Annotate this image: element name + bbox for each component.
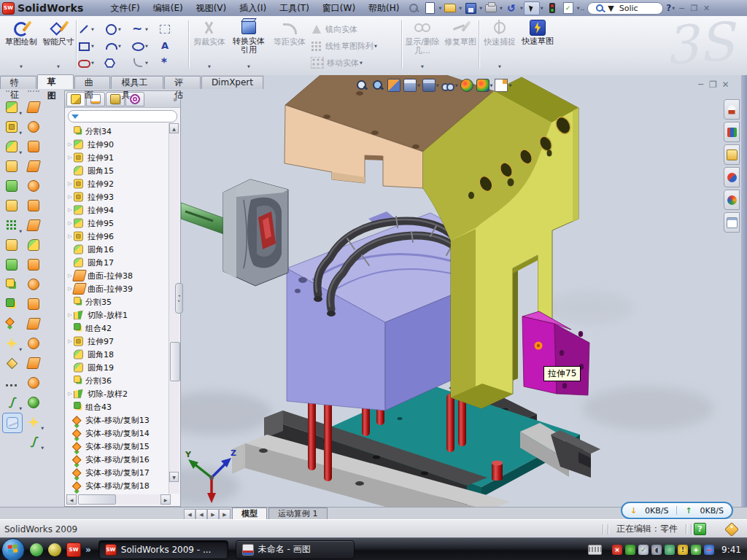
sketch-entity-button[interactable]	[158, 54, 185, 71]
minimize-button[interactable]: ─	[676, 4, 688, 13]
surface-tool-button[interactable]	[24, 255, 43, 274]
tree-item[interactable]: ▷ 切除-放样1	[66, 308, 169, 322]
move-entities-button[interactable]: 移动实体 ▼	[311, 55, 397, 71]
surface-tool-button[interactable]	[24, 117, 43, 136]
feature-tool-button[interactable]	[2, 255, 21, 274]
tab-nav-button[interactable]: ◀	[196, 509, 207, 520]
surface-tool-button[interactable]	[24, 137, 43, 156]
ribbon-tab[interactable]: 模具工具	[111, 76, 163, 89]
view-tool-button[interactable]: ▼	[441, 78, 460, 93]
search-input[interactable]: ▼ Solic	[587, 2, 663, 15]
task-pane-tab[interactable]	[724, 99, 740, 120]
menu-item[interactable]: 编辑(E)	[147, 0, 190, 16]
surface-tool-button[interactable]	[24, 98, 43, 117]
view-tool-button[interactable]	[387, 78, 403, 93]
new-document-button[interactable]	[422, 2, 437, 15]
quick-tips-button[interactable]: ?	[694, 523, 706, 535]
expand-arrow-icon[interactable]: ▷	[66, 338, 74, 344]
sketch-entity-button[interactable]: ▼	[131, 54, 158, 71]
tree-item[interactable]: ▷ 拉伸94	[66, 203, 169, 217]
expand-arrow-icon[interactable]: ▷	[66, 312, 74, 318]
sketch-entity-button[interactable]: ▼	[77, 20, 104, 37]
sketch-entity-button[interactable]: ▼	[77, 37, 104, 54]
tree-item[interactable]: 圆角19	[66, 361, 169, 374]
trim-entities-button[interactable]: 剪裁实体 ▼	[191, 18, 228, 72]
view-tool-button[interactable]: ▼	[494, 78, 513, 93]
tree-item[interactable]: 实体-移动/复制14	[66, 427, 169, 440]
tab-nav-button[interactable]: ▶	[207, 509, 219, 520]
start-button[interactable]	[1, 538, 25, 560]
tree-item[interactable]: 组合42	[66, 322, 169, 335]
feature-tool-button[interactable]	[2, 314, 21, 333]
task-pane-tab[interactable]	[724, 190, 740, 210]
feature-tool-button[interactable]	[2, 275, 21, 294]
tree-item[interactable]: 分割36	[66, 374, 169, 387]
linear-pattern-button[interactable]: 线性草图阵列 ▼	[311, 38, 397, 54]
view-tool-button[interactable]: ▼	[422, 78, 441, 93]
ribbon-tab[interactable]: 评估	[164, 76, 201, 89]
task-pane-tab[interactable]	[724, 144, 740, 165]
undo-button[interactable]: ↺	[504, 2, 519, 15]
toolbar-grip[interactable]	[28, 90, 39, 96]
taskbar-button-paint[interactable]: 未命名 - 画图	[236, 540, 355, 559]
tree-horizontal-scrollbar[interactable]: ◀ ▶	[66, 494, 171, 505]
rebuild-button[interactable]	[545, 2, 560, 15]
input-language-icon[interactable]	[588, 545, 602, 555]
view-tool-button[interactable]	[371, 78, 387, 93]
quicklaunch-solidworks-icon[interactable]: SW	[66, 542, 81, 557]
help-button[interactable]: ?	[666, 3, 671, 13]
menu-item[interactable]: 视图(V)	[190, 0, 233, 16]
sketch-entity-button[interactable]: ▼	[104, 20, 131, 37]
expand-arrow-icon[interactable]: ▷	[66, 194, 74, 200]
surface-tool-button[interactable]	[24, 176, 43, 195]
tab-nav-button[interactable]: ▶	[219, 509, 231, 520]
tree-item[interactable]: ▷ 拉伸95	[66, 217, 169, 230]
sketch-entity-button[interactable]: ▼	[131, 37, 158, 54]
tray-icon[interactable]: −	[704, 545, 714, 555]
close-button[interactable]: ✕	[700, 4, 713, 13]
toolbar-overflow[interactable]: ..	[580, 4, 584, 12]
feature-tool-button[interactable]	[2, 413, 23, 433]
menu-item[interactable]: 文件(F)	[104, 0, 146, 16]
tree-item[interactable]: 分割35	[66, 295, 169, 308]
quicklaunch-messenger-icon[interactable]	[30, 543, 43, 556]
sketch-button[interactable]: 草图绘制 ▼	[3, 18, 39, 72]
feature-tool-button[interactable]: ▼	[2, 334, 21, 353]
offset-entities-button[interactable]: 等距实体	[271, 18, 308, 72]
feature-tool-button[interactable]	[2, 157, 21, 176]
surface-tool-button[interactable]	[24, 334, 43, 353]
feature-tool-button[interactable]: ▼	[2, 117, 21, 136]
tag-icon[interactable]	[724, 522, 739, 537]
menu-item[interactable]: 窗口(W)	[316, 0, 362, 16]
tray-icon[interactable]: ✓	[638, 545, 649, 555]
scroll-thumb[interactable]	[170, 342, 180, 381]
task-pane-tab[interactable]	[724, 212, 740, 233]
feature-tool-button[interactable]	[2, 373, 21, 392]
restore-button[interactable]: ❐	[688, 4, 700, 13]
tray-icon[interactable]	[625, 545, 635, 555]
menu-item[interactable]: 工具(T)	[273, 0, 316, 16]
tree-item[interactable]: 圆角16	[66, 243, 169, 256]
tree-item[interactable]: 分割34	[66, 125, 169, 138]
surface-tool-button[interactable]	[24, 295, 43, 314]
tree-item[interactable]: ▷ 曲面-拉伸38	[66, 269, 169, 282]
task-pane-tab[interactable]	[724, 167, 740, 187]
expand-arrow-icon[interactable]: ▷	[66, 181, 74, 187]
tray-icon[interactable]: ◖	[651, 545, 662, 555]
task-pane-tab[interactable]	[724, 122, 740, 142]
taskbar-clock[interactable]: 9:41	[721, 545, 741, 555]
tree-item[interactable]: 圆角18	[66, 348, 169, 361]
model-tab[interactable]: 模型	[232, 508, 267, 520]
expand-arrow-icon[interactable]: ▷	[66, 391, 74, 397]
tree-item[interactable]: 实体-移动/复制16	[66, 453, 169, 466]
expand-arrow-icon[interactable]: ▷	[66, 155, 74, 160]
repair-sketch-button[interactable]: 修复草图	[442, 18, 479, 72]
quick-snaps-button[interactable]: 快速捕捉 ▼	[481, 18, 518, 72]
doc-minimize-button[interactable]: ─	[694, 79, 707, 90]
options-button[interactable]: ✓	[561, 2, 576, 15]
manager-tab[interactable]	[66, 92, 85, 106]
tree-item[interactable]: ▷ 拉伸93	[66, 190, 169, 203]
tree-item[interactable]: 圆角15	[66, 164, 169, 177]
expand-arrow-icon[interactable]: ▷	[66, 220, 74, 226]
view-tool-button[interactable]	[460, 78, 476, 93]
